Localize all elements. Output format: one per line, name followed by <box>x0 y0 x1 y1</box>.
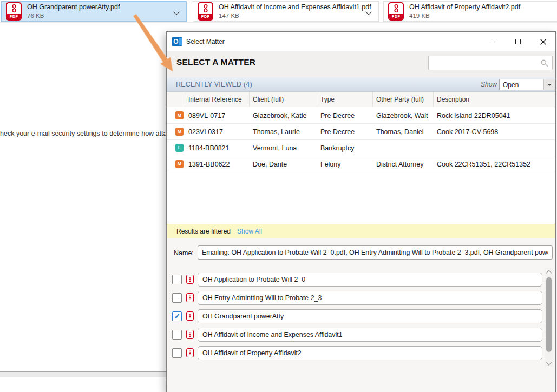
document-name-input[interactable] <box>198 273 542 287</box>
cell-client: Glazebrook, Katie <box>250 112 317 119</box>
show-all-link[interactable]: Show All <box>237 228 262 235</box>
pdf-file-icon: PDF <box>198 2 213 21</box>
document-checkbox[interactable] <box>172 330 182 340</box>
attachment-chip-1[interactable]: PDF OH Grandparent powerAtty.pdf 76 KB <box>1 1 187 22</box>
matter-type-icon: L <box>175 144 184 152</box>
matter-table: Internal Reference Client (full) Type Ot… <box>167 92 555 224</box>
attachment-name: OH Grandparent powerAtty.pdf <box>27 3 120 12</box>
search-icon <box>541 59 548 67</box>
pdf-icon <box>186 311 194 321</box>
matter-type-icon: M <box>175 160 184 168</box>
document-checkbox[interactable] <box>172 293 182 303</box>
minimize-icon <box>490 42 496 42</box>
table-row[interactable]: L 1184-BB0821 Vermont, Luna Bankruptcy <box>167 140 555 156</box>
attachment-size: 419 KB <box>409 12 520 19</box>
name-label: Name: <box>174 249 194 257</box>
reading-pane-divider <box>0 371 166 377</box>
scrollbar-thumb[interactable] <box>546 277 552 352</box>
cell-other-party: Thomas, Daniel <box>373 128 434 136</box>
document-checkbox[interactable] <box>172 348 182 358</box>
matter-type-icon: M <box>175 128 184 136</box>
outlook-icon: O <box>172 37 182 46</box>
column-header-icon[interactable] <box>167 92 185 107</box>
email-body-text: heck your e-mail security settings to de… <box>0 130 167 137</box>
document-row <box>167 328 555 342</box>
document-list-scrollbar[interactable] <box>545 268 553 367</box>
attachment-chip-2[interactable]: PDF OH Affidavit of Income and Expenses … <box>193 1 379 22</box>
pdf-icon <box>186 330 194 339</box>
attachment-name: OH Affidavit of Income and Expenses Affi… <box>219 3 371 12</box>
attachment-name: OH Affidavit of Property Affidavit2.pdf <box>409 3 520 12</box>
attachment-size: 76 KB <box>27 12 120 19</box>
scroll-down-icon[interactable] <box>546 359 552 365</box>
cell-type: Pre Decree <box>317 128 373 136</box>
close-icon <box>540 39 546 45</box>
cell-client: Doe, Dante <box>250 161 317 168</box>
email-assignment-section: Name: <box>167 238 555 392</box>
column-header[interactable]: Client (full) <box>250 92 317 107</box>
attachment-chip-3[interactable]: PDF OH Affidavit of Property Affidavit2.… <box>383 1 557 22</box>
chevron-down-icon[interactable] <box>173 9 179 15</box>
pdf-icon <box>186 348 194 357</box>
column-header[interactable]: Description <box>434 92 555 107</box>
column-header[interactable]: Internal Reference <box>185 92 250 107</box>
document-name-input[interactable] <box>198 346 542 360</box>
show-filter-select[interactable]: Open <box>499 79 555 90</box>
pdf-file-icon: PDF <box>6 2 22 21</box>
cell-type: Pre Decree <box>317 112 373 119</box>
show-filter-value: Open <box>500 79 543 90</box>
document-row <box>167 273 555 287</box>
table-row[interactable]: M 1391-BB0622 Doe, Dante Felony District… <box>167 156 555 172</box>
table-row[interactable]: M 089VL-0717 Glazebrook, Katie Pre Decre… <box>167 108 555 124</box>
cell-client: Vermont, Luna <box>250 144 317 152</box>
document-checkbox[interactable] <box>172 275 182 284</box>
filter-notice-text: Results are filtered <box>176 228 231 235</box>
document-row <box>167 346 555 360</box>
cell-type: Bankruptcy <box>317 144 373 152</box>
filter-notice-bar: Results are filtered Show All <box>167 224 555 238</box>
pdf-band: PDF <box>7 14 21 19</box>
attachment-bar: PDF OH Grandparent powerAtty.pdf 76 KB P… <box>0 0 557 23</box>
matter-search-box[interactable] <box>428 56 553 70</box>
cell-description: Cook 2017-CV-5698 <box>434 128 555 136</box>
column-header[interactable]: Type <box>317 92 373 107</box>
page-title: SELECT A MATTER <box>176 57 255 67</box>
chevron-down-icon <box>547 84 552 86</box>
document-name-input[interactable] <box>198 291 542 305</box>
recently-viewed-bar: RECENTLY VIEWED (4) Show Open <box>167 77 555 92</box>
close-button[interactable] <box>530 32 555 51</box>
pdf-icon <box>186 293 194 302</box>
search-input[interactable] <box>432 57 537 69</box>
cell-internal-reference: 1184-BB0821 <box>185 144 250 152</box>
cell-other-party: District Attorney <box>373 161 434 168</box>
cell-internal-reference: 1391-BB0622 <box>185 161 250 168</box>
select-matter-dialog: O Select Matter SELECT A MATTER RECENTLY… <box>166 31 556 392</box>
email-name-input[interactable] <box>198 245 553 260</box>
dialog-titlebar[interactable]: O Select Matter <box>167 32 555 51</box>
recently-viewed-label: RECENTLY VIEWED (4) <box>176 81 252 88</box>
maximize-button[interactable] <box>506 32 530 51</box>
attachment-size: 147 KB <box>219 12 371 19</box>
screen: PDF OH Grandparent powerAtty.pdf 76 KB P… <box>0 0 557 392</box>
minimize-button[interactable] <box>481 32 506 51</box>
document-row <box>167 309 555 323</box>
dialog-title: Select Matter <box>186 38 225 45</box>
document-name-input[interactable] <box>198 328 542 342</box>
pdf-file-icon: PDF <box>388 2 404 21</box>
scroll-up-icon[interactable] <box>546 270 552 276</box>
column-header[interactable]: Other Party (full) <box>373 92 434 107</box>
show-label: Show <box>481 81 497 88</box>
matter-type-icon: M <box>175 111 184 119</box>
pdf-band: PDF <box>389 14 403 19</box>
document-row <box>167 291 555 305</box>
pdf-band: PDF <box>199 14 212 19</box>
cell-description: Cook 22CR51351, 22CR51352 <box>434 161 555 168</box>
maximize-icon <box>515 39 521 44</box>
document-checkbox-checked[interactable] <box>172 311 182 321</box>
dropdown-arrow-button[interactable] <box>543 79 555 90</box>
cell-other-party: Glazebrook, Walt <box>373 112 434 119</box>
pdf-icon <box>186 275 194 284</box>
cell-type: Felony <box>317 161 373 168</box>
table-row[interactable]: M 023VL0317 Thomas, Laurie Pre Decree Th… <box>167 124 555 140</box>
document-name-input[interactable] <box>198 309 542 323</box>
